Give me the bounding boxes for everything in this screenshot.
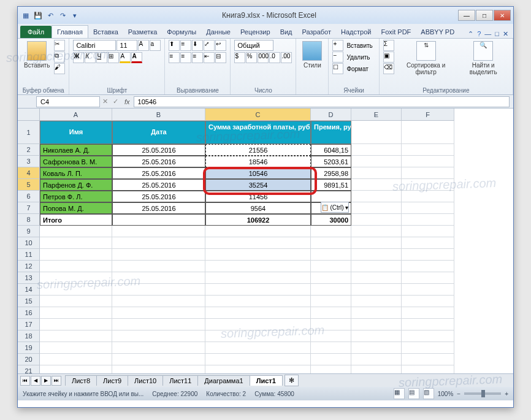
row-header-19[interactable]: 19 — [18, 342, 40, 354]
cell[interactable] — [205, 365, 311, 373]
cell[interactable] — [402, 365, 454, 373]
cell[interactable] — [205, 354, 311, 365]
tab-foxit[interactable]: Foxit PDF — [376, 26, 416, 38]
cell[interactable] — [351, 284, 402, 296]
cell-date[interactable]: 25.05.2016 — [112, 167, 205, 179]
cell[interactable] — [351, 354, 402, 365]
cell[interactable] — [311, 237, 351, 249]
row-header-18[interactable]: 18 — [18, 330, 40, 342]
italic-icon[interactable]: К — [85, 52, 96, 63]
last-sheet-icon[interactable]: ⏭ — [52, 376, 61, 386]
cell[interactable] — [402, 330, 454, 342]
tab-dev[interactable]: Разработ — [297, 26, 336, 38]
qat-more-icon[interactable]: ▾ — [69, 10, 80, 21]
fill-color-icon[interactable]: A — [120, 52, 131, 63]
name-box[interactable]: C4 — [36, 96, 100, 107]
font-color-icon[interactable]: A — [131, 52, 142, 63]
formula-bar[interactable]: 10546 — [134, 96, 510, 107]
tab-review[interactable]: Рецензир — [235, 26, 275, 38]
align-top-icon[interactable]: ⬆ — [169, 40, 180, 51]
cell[interactable] — [351, 330, 402, 342]
row-header-4[interactable]: 4 — [18, 167, 40, 179]
format-cells-icon[interactable]: ☐ — [332, 63, 343, 74]
tab-view[interactable]: Вид — [275, 26, 297, 38]
cell[interactable] — [112, 226, 205, 237]
minimize-ribbon-icon[interactable]: ⌃ — [468, 30, 473, 38]
cell[interactable] — [205, 296, 311, 307]
row-header-10[interactable]: 10 — [18, 237, 40, 249]
cell[interactable] — [351, 261, 402, 272]
cell[interactable] — [351, 202, 402, 214]
select-all-corner[interactable] — [18, 109, 40, 121]
cell-sum[interactable]: 10546 — [205, 167, 311, 179]
worksheet-grid[interactable]: ABCDEF 123456789101112131415161718192021… — [18, 109, 513, 373]
cell[interactable] — [351, 167, 402, 179]
cell[interactable] — [40, 319, 112, 330]
row-header-16[interactable]: 16 — [18, 307, 40, 319]
doc-min-icon[interactable]: — — [484, 30, 491, 38]
view-layout-icon[interactable]: ▤ — [408, 388, 419, 399]
cell[interactable] — [402, 307, 454, 319]
insert-cells-icon[interactable]: + — [332, 40, 343, 51]
cell[interactable] — [351, 226, 402, 237]
header-bonus[interactable]: Премия, руб — [311, 121, 351, 144]
cell[interactable] — [40, 226, 112, 237]
row-header-14[interactable]: 14 — [18, 284, 40, 296]
cell[interactable] — [402, 284, 454, 296]
doc-close-icon[interactable]: ✕ — [503, 30, 508, 38]
tab-file[interactable]: Файл — [20, 26, 52, 38]
comma-icon[interactable]: 000 — [258, 52, 269, 63]
cell[interactable] — [402, 191, 454, 202]
find-button[interactable]: 🔍Найти и выделить — [457, 40, 509, 77]
cell[interactable] — [40, 272, 112, 284]
cell-sum[interactable]: 35254 — [205, 179, 311, 191]
row-header-5[interactable]: 5 — [18, 179, 40, 191]
cell[interactable] — [311, 249, 351, 261]
undo-icon[interactable]: ↶ — [45, 10, 56, 21]
cell[interactable] — [402, 272, 454, 284]
paste-options-tag[interactable]: 📋(Ctrl)▾ — [321, 202, 349, 213]
cell[interactable] — [351, 272, 402, 284]
cell[interactable] — [40, 237, 112, 249]
cell-date[interactable]: 25.05.2016 — [112, 156, 205, 167]
row-header-1[interactable]: 1 — [18, 121, 40, 144]
redo-icon[interactable]: ↷ — [57, 10, 68, 21]
cell-total-sum[interactable]: 106922 — [205, 214, 311, 226]
row-header-9[interactable]: 9 — [18, 226, 40, 237]
new-sheet-icon[interactable]: ✻ — [285, 375, 299, 386]
cell[interactable] — [205, 249, 311, 261]
cell[interactable] — [311, 330, 351, 342]
doc-restore-icon[interactable]: □ — [495, 30, 499, 38]
col-header-B[interactable]: B — [112, 109, 205, 121]
tab-data[interactable]: Данные — [201, 26, 235, 38]
cell[interactable] — [402, 179, 454, 191]
cell-bonus[interactable]: 6048,15 — [311, 144, 351, 156]
cell[interactable] — [351, 191, 402, 202]
cell[interactable] — [112, 261, 205, 272]
col-header-A[interactable]: A — [40, 109, 112, 121]
tab-formulas[interactable]: Формулы — [162, 26, 201, 38]
underline-icon[interactable]: Ч — [96, 52, 107, 63]
cell[interactable] — [402, 342, 454, 354]
view-normal-icon[interactable]: ▦ — [394, 388, 405, 399]
cell[interactable] — [205, 307, 311, 319]
cell[interactable] — [351, 237, 402, 249]
inc-dec-icon[interactable]: .0 — [269, 52, 280, 63]
zoom-slider[interactable] — [464, 392, 501, 395]
cell-total-label[interactable]: Итого — [40, 214, 112, 226]
help-icon[interactable]: ? — [477, 30, 481, 38]
cell[interactable] — [205, 330, 311, 342]
merge-icon[interactable]: ⊟ — [215, 52, 226, 63]
paste-button[interactable]: Вставить — [21, 40, 52, 70]
enter-icon[interactable]: ✓ — [113, 97, 118, 105]
row-header-11[interactable]: 11 — [18, 249, 40, 261]
cell[interactable] — [112, 307, 205, 319]
cell[interactable] — [112, 284, 205, 296]
cell-name[interactable]: Попова М. Д. — [40, 202, 112, 214]
cell-bonus[interactable]: 2958,98 — [311, 167, 351, 179]
cells[interactable]: ИмяДатаСумма заработной платы, руб.Преми… — [40, 121, 454, 373]
border-icon[interactable]: ⊞ — [108, 52, 119, 63]
sheet-tab-Лист8[interactable]: Лист8 — [65, 375, 97, 386]
cell-sum[interactable]: 21556 — [205, 144, 311, 156]
cell[interactable] — [205, 226, 311, 237]
